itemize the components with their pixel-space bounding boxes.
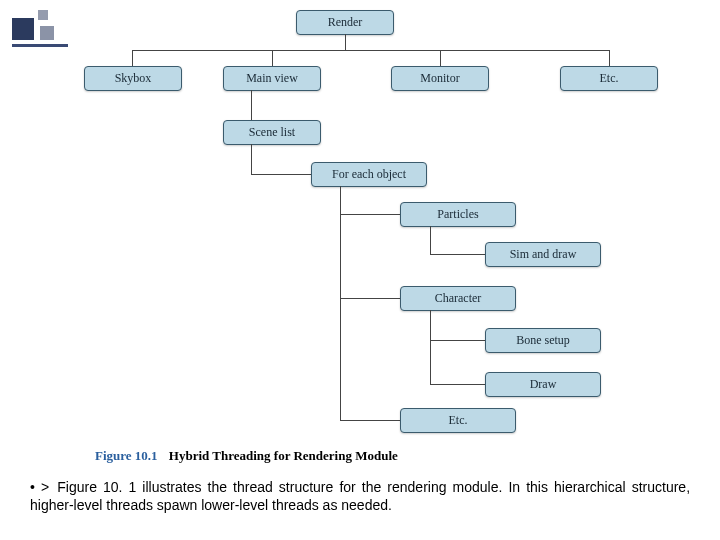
body-paragraph: • > Figure 10. 1 illustrates the thread … (30, 478, 690, 514)
node-monitor: Monitor (391, 66, 489, 91)
figure-number: Figure 10.1 (95, 448, 158, 463)
bullet-marker: • > (30, 479, 49, 495)
node-scenelist: Scene list (223, 120, 321, 145)
node-foreach: For each object (311, 162, 427, 187)
node-bonesetup: Bone setup (485, 328, 601, 353)
node-mainview: Main view (223, 66, 321, 91)
node-etc-top: Etc. (560, 66, 658, 91)
node-particles: Particles (400, 202, 516, 227)
node-simdraw: Sim and draw (485, 242, 601, 267)
node-skybox: Skybox (84, 66, 182, 91)
figure-caption: Figure 10.1 Hybrid Threading for Renderi… (95, 448, 398, 464)
node-render: Render (296, 10, 394, 35)
body-text: Figure 10. 1 illustrates the thread stru… (30, 479, 690, 513)
node-etc-bottom: Etc. (400, 408, 516, 433)
tree-diagram: Render Skybox Main view Monitor Etc. Sce… (0, 0, 720, 460)
node-character: Character (400, 286, 516, 311)
node-draw: Draw (485, 372, 601, 397)
figure-title: Hybrid Threading for Rendering Module (169, 448, 398, 463)
